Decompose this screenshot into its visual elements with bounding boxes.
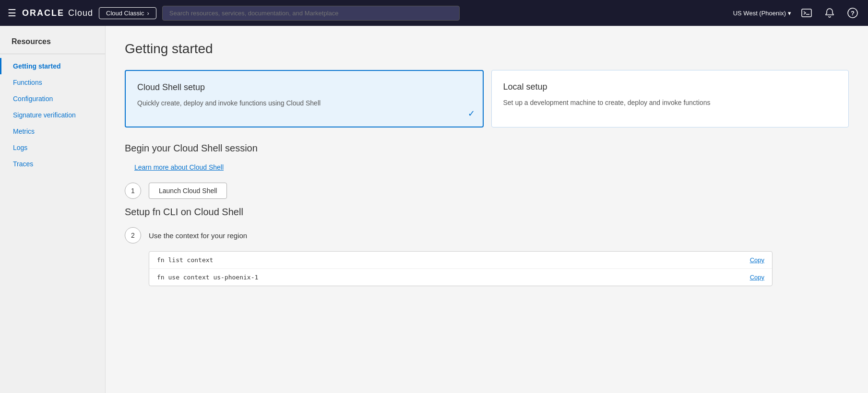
help-icon: ? xyxy=(847,8,858,18)
sidebar-item-configuration[interactable]: Configuration xyxy=(0,91,105,107)
svg-rect-0 xyxy=(802,9,811,17)
page-title: Getting started xyxy=(125,41,849,57)
learn-more-link[interactable]: Learn more about Cloud Shell xyxy=(134,163,224,171)
copy-button-2[interactable]: Copy xyxy=(750,274,764,281)
navbar-right: US West (Phoenix) ▾ ? xyxy=(733,5,860,21)
cloud-text: Cloud xyxy=(68,8,93,18)
step-2-row: 2 Use the context for your region xyxy=(125,227,849,243)
code-block: fn list context Copy fn use context us-p… xyxy=(149,251,773,286)
copy-button-1[interactable]: Copy xyxy=(750,256,764,264)
sidebar-item-traces[interactable]: Traces xyxy=(0,156,105,172)
oracle-logo: ORACLE Cloud xyxy=(22,8,93,18)
region-label: US West (Phoenix) xyxy=(733,10,786,17)
code-text-2: fn use context us-phoenix-1 xyxy=(157,274,258,281)
sidebar-item-metrics[interactable]: Metrics xyxy=(0,123,105,139)
setup-cards: Cloud Shell setup Quickly create, deploy… xyxy=(125,70,849,127)
cloud-shell-icon-button[interactable] xyxy=(799,5,814,21)
region-selector[interactable]: US West (Phoenix) ▾ xyxy=(733,10,791,17)
search-input[interactable] xyxy=(162,6,460,21)
step-2-circle: 2 xyxy=(125,227,141,243)
navbar: ☰ ORACLE Cloud Cloud Classic › US West (… xyxy=(0,0,868,26)
launch-cloud-shell-button[interactable]: Launch Cloud Shell xyxy=(149,183,227,199)
sidebar-item-logs[interactable]: Logs xyxy=(0,139,105,156)
step-1-row: 1 Launch Cloud Shell xyxy=(125,183,849,199)
hamburger-icon[interactable]: ☰ xyxy=(8,7,16,19)
region-arrow-icon: ▾ xyxy=(788,10,791,17)
bell-icon xyxy=(825,8,834,18)
sidebar-item-functions[interactable]: Functions xyxy=(0,74,105,91)
step-2-label: Use the context for your region xyxy=(149,231,247,240)
cloud-classic-label: Cloud Classic xyxy=(106,10,144,17)
cloud-classic-arrow: › xyxy=(147,10,149,17)
step-1-circle: 1 xyxy=(125,183,141,199)
cloud-shell-check-icon: ✓ xyxy=(468,108,475,119)
session-heading: Begin your Cloud Shell session xyxy=(125,143,849,154)
sidebar-title: Resources xyxy=(0,37,105,54)
code-row-2: fn use context us-phoenix-1 Copy xyxy=(149,269,772,286)
cloud-shell-card-desc: Quickly create, deploy and invoke functi… xyxy=(137,98,471,108)
oracle-text: ORACLE xyxy=(22,8,64,18)
cloud-classic-button[interactable]: Cloud Classic › xyxy=(99,7,156,19)
sidebar-item-getting-started[interactable]: Getting started xyxy=(0,58,105,74)
cloud-shell-setup-card[interactable]: Cloud Shell setup Quickly create, deploy… xyxy=(125,70,484,127)
main-content: Getting started Cloud Shell setup Quickl… xyxy=(106,26,868,393)
code-row-1: fn list context Copy xyxy=(149,252,772,269)
sidebar-item-signature-verification[interactable]: Signature verification xyxy=(0,107,105,123)
help-button[interactable]: ? xyxy=(845,5,860,21)
app-layout: Resources Getting started Functions Conf… xyxy=(0,26,868,393)
step2-heading: Setup fn CLI on Cloud Shell xyxy=(125,207,849,218)
svg-text:?: ? xyxy=(851,10,855,17)
notifications-button[interactable] xyxy=(822,5,837,21)
sidebar: Resources Getting started Functions Conf… xyxy=(0,26,106,393)
cloud-shell-card-title: Cloud Shell setup xyxy=(137,82,471,92)
local-setup-card-desc: Set up a development machine to create, … xyxy=(503,98,837,108)
terminal-icon xyxy=(801,8,812,18)
local-setup-card-title: Local setup xyxy=(503,82,837,92)
code-text-1: fn list context xyxy=(157,256,213,264)
local-setup-card[interactable]: Local setup Set up a development machine… xyxy=(491,70,849,127)
